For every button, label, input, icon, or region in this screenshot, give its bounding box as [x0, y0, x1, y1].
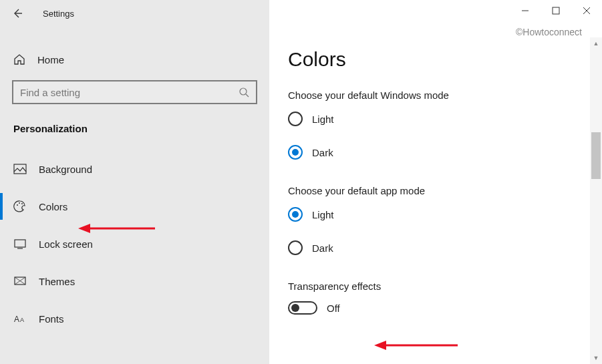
nav-label: Lock screen	[39, 238, 93, 250]
fonts-icon: AA	[13, 312, 27, 325]
nav-label: Colors	[39, 201, 67, 212]
svg-point-0	[240, 88, 247, 95]
scrollbar[interactable]: ▲ ▼	[590, 37, 602, 364]
watermark: ©Howtoconnect	[516, 27, 582, 37]
svg-rect-5	[15, 240, 25, 247]
windows-mode-dark[interactable]: Dark	[288, 145, 583, 160]
transparency-toggle-row: Off	[288, 301, 583, 315]
lockscreen-icon	[13, 237, 27, 250]
radio-label: Light	[312, 209, 334, 220]
transparency-toggle[interactable]	[288, 301, 317, 315]
minimize-icon	[521, 7, 529, 15]
radio-label: Dark	[312, 242, 333, 254]
svg-text:A: A	[20, 317, 24, 323]
scroll-down-button[interactable]: ▼	[590, 352, 602, 364]
search-icon	[239, 87, 249, 98]
radio-icon	[288, 207, 303, 222]
svg-rect-9	[553, 7, 559, 14]
minimize-button[interactable]	[510, 0, 541, 21]
radio-icon	[288, 145, 303, 160]
svg-point-4	[21, 203, 23, 204]
home-icon	[13, 53, 25, 65]
toggle-state-label: Off	[327, 303, 340, 314]
sidebar: Settings Home Personalization Background…	[0, 0, 269, 364]
home-nav[interactable]: Home	[0, 45, 269, 73]
themes-icon	[13, 275, 27, 288]
sidebar-item-lockscreen[interactable]: Lock screen	[0, 225, 269, 262]
back-button[interactable]	[8, 4, 27, 23]
radio-icon	[288, 240, 303, 255]
app-title: Settings	[43, 9, 74, 19]
sidebar-item-fonts[interactable]: AA Fonts	[0, 300, 269, 337]
windows-mode-label: Choose your default Windows mode	[288, 89, 583, 101]
radio-label: Dark	[312, 147, 333, 158]
sidebar-item-themes[interactable]: Themes	[0, 262, 269, 300]
scroll-up-button[interactable]: ▲	[590, 37, 602, 49]
close-button[interactable]	[571, 0, 602, 21]
page-title: Colors	[288, 48, 583, 71]
back-arrow-icon	[12, 8, 23, 19]
picture-icon	[13, 162, 27, 176]
svg-point-2	[17, 204, 18, 206]
radio-label: Light	[312, 114, 334, 125]
window-controls	[510, 0, 602, 21]
app-mode-label: Choose your default app mode	[288, 185, 583, 196]
main-content: ©Howtoconnect Colors Choose your default…	[269, 0, 602, 364]
palette-icon	[13, 200, 27, 213]
search-box[interactable]	[12, 80, 257, 104]
close-icon	[583, 7, 591, 15]
maximize-button[interactable]	[541, 0, 571, 21]
svg-point-3	[19, 202, 20, 204]
nav-label: Themes	[39, 276, 75, 287]
nav-label: Background	[39, 164, 92, 175]
home-label: Home	[37, 54, 64, 65]
nav-label: Fonts	[39, 313, 64, 325]
scroll-thumb[interactable]	[591, 132, 601, 179]
search-input[interactable]	[20, 87, 239, 98]
sidebar-item-colors[interactable]: Colors	[0, 188, 269, 225]
svg-text:A: A	[14, 315, 19, 324]
maximize-icon	[552, 7, 560, 15]
titlebar: Settings	[0, 0, 269, 27]
section-title: Personalization	[13, 123, 269, 134]
radio-icon	[288, 112, 303, 126]
search-wrap	[12, 80, 257, 104]
sidebar-item-background[interactable]: Background	[0, 150, 269, 188]
windows-mode-light[interactable]: Light	[288, 112, 583, 126]
transparency-label: Transparency effects	[288, 281, 583, 292]
app-mode-dark[interactable]: Dark	[288, 240, 583, 255]
app-mode-light[interactable]: Light	[288, 207, 583, 222]
